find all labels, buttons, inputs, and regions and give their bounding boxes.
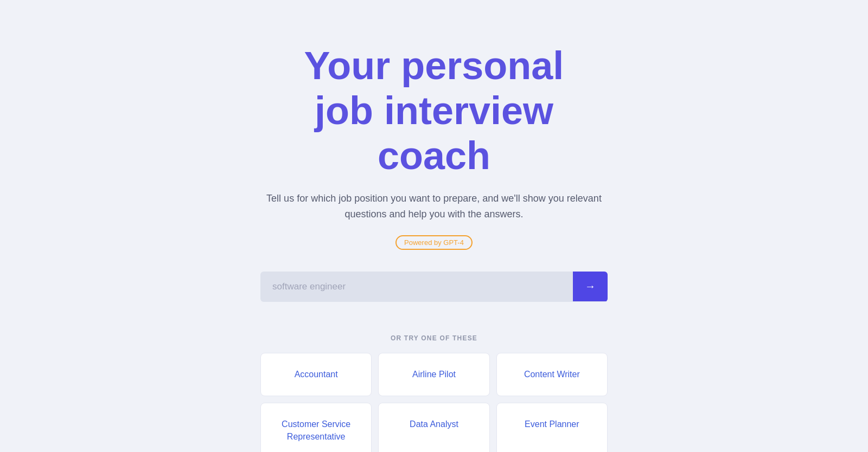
suggestion-card[interactable]: Airline Pilot xyxy=(378,353,489,396)
hero-section: Your personal job interview coach Tell u… xyxy=(244,43,624,272)
suggestions-section: OR TRY ONE OF THESE AccountantAirline Pi… xyxy=(250,334,618,452)
search-button[interactable]: → xyxy=(573,272,608,301)
suggestion-card[interactable]: Event Planner xyxy=(496,403,608,452)
suggestion-card[interactable]: Accountant xyxy=(260,353,372,396)
hero-title: Your personal job interview coach xyxy=(255,43,613,178)
powered-badge: Powered by GPT-4 xyxy=(395,235,473,250)
search-input[interactable] xyxy=(260,272,573,302)
arrow-icon: → xyxy=(585,280,596,293)
suggestions-grid: AccountantAirline PilotContent WriterCus… xyxy=(260,353,608,452)
suggestion-card[interactable]: Content Writer xyxy=(496,353,608,396)
hero-subtitle: Tell us for which job position you want … xyxy=(255,191,613,222)
suggestion-card[interactable]: Customer Service Representative xyxy=(260,403,372,452)
suggestion-card[interactable]: Data Analyst xyxy=(378,403,489,452)
suggestions-label: OR TRY ONE OF THESE xyxy=(260,334,608,342)
search-container: → xyxy=(260,272,608,302)
